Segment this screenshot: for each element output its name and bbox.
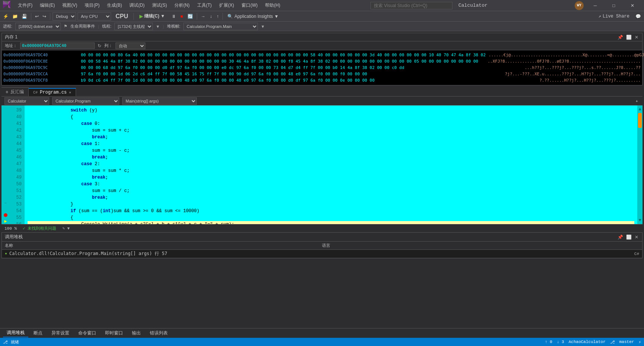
toolbar-stepin[interactable]: ↓ <box>208 13 214 20</box>
memory-address-bar: 地址： ↻ 列： 自动 <box>2 41 642 50</box>
line-num-51: 51 <box>13 188 22 194</box>
mem-hex-1: 00 00 58 46 4a 8f 38 02 00 00 00 00 00 0… <box>81 58 484 65</box>
tab-command[interactable]: 命令窗口 <box>75 329 100 337</box>
memory-close[interactable]: ✕ <box>634 35 639 40</box>
menu-window[interactable]: 窗口(W) <box>239 1 261 9</box>
editor-container: ⚙ 反汇编 C# Program.cs ✕ Calculator Calcula… <box>1 87 643 232</box>
user-avatar[interactable]: WY <box>575 1 584 10</box>
window-minimize[interactable]: ─ <box>587 0 604 11</box>
code-content[interactable]: switch (y) { case 0: sum = sum + c; brea… <box>25 106 637 224</box>
refresh-button[interactable]: ↻ <box>98 43 101 48</box>
toolbar-stepout[interactable]: ↑ <box>215 13 220 20</box>
mem-row-0: 0x000000F06A97DC40 00 00 00 00 00 80 6a … <box>3 52 641 58</box>
code-line-49: break; <box>28 174 634 181</box>
menu-debug[interactable]: 调试(D) <box>126 1 148 9</box>
tab-exceptions[interactable]: 异常设置 <box>48 329 73 337</box>
continue-button[interactable]: ▶ 继续(C) ▼ <box>136 12 168 21</box>
menu-tools[interactable]: 工具(T) <box>194 1 215 9</box>
tab-breakpoints[interactable]: 断点 <box>30 329 46 337</box>
toolbar-stop[interactable]: ■ <box>179 13 184 20</box>
sep1 <box>31 13 31 20</box>
thread-dropdown[interactable]: [17324] 主线程 <box>114 23 153 30</box>
current-arrow: ▶ <box>4 218 7 224</box>
cpu-config-dropdown[interactable]: Any CPU <box>78 12 111 21</box>
toolbar-new[interactable]: ⚡ <box>1 13 10 20</box>
stack-dropdown[interactable]: Calculator.Program.Main <box>183 23 258 30</box>
breakpoint-57[interactable] <box>4 213 7 217</box>
gutter-56 <box>1 206 10 212</box>
mem-addr-0: 0x000000F06A97DC40 <box>3 52 78 58</box>
tab-close-icon[interactable]: ✕ <box>69 90 71 95</box>
gutter-58: ▶ <box>1 218 10 224</box>
menu-project[interactable]: 项目(P) <box>82 1 102 9</box>
expand-icon-55: ─ <box>4 201 6 205</box>
toolbar-open[interactable]: 📁 <box>11 13 19 20</box>
gutter-53 <box>1 189 10 195</box>
window-maximize[interactable]: □ <box>605 0 622 11</box>
menu-build[interactable]: 生成(B) <box>104 1 125 9</box>
scroll-thumb[interactable] <box>638 113 642 128</box>
stack-label: 堆栈帧: <box>167 23 180 29</box>
mem-hex-4: b9 0d c6 d4 ff 7f 00 1d 00 00 00 00 00 0… <box>81 77 536 84</box>
live-share-button[interactable]: ↗ Live Share <box>596 13 632 20</box>
tab-program-cs[interactable]: C# Program.cs ✕ <box>29 88 76 96</box>
process-label: 进程: <box>3 23 12 29</box>
class-dropdown[interactable]: Calculator <box>4 97 49 105</box>
cs-file-icon: C# <box>33 91 38 95</box>
stack-row-name: Calculator.dll!Calculator.Program.Main(s… <box>9 251 621 257</box>
menu-analyze[interactable]: 分析(N) <box>171 1 193 9</box>
menu-view[interactable]: 视图(V) <box>59 1 80 9</box>
stack-row-lang: C# <box>621 252 639 256</box>
branch-icon: ⎇ <box>610 340 615 345</box>
tab-error-list[interactable]: 错误列表 <box>146 329 171 337</box>
toolbar-restart[interactable]: 🔄 <box>186 13 195 20</box>
col-select[interactable]: 自动 <box>116 43 145 49</box>
toolbar-stepover[interactable]: → <box>199 13 207 20</box>
memory-content: 0x000000F06A97DC40 00 00 00 00 00 80 6a … <box>2 50 642 85</box>
menu-test[interactable]: 测试(S) <box>149 1 170 9</box>
call-stack-controls: 📌 ⬜ ✕ <box>617 235 639 240</box>
process-dropdown[interactable]: [18992] dotnet.exe <box>15 23 61 30</box>
code-line-42: sum = sum + c; <box>28 127 634 134</box>
alert-icon: ⚡ <box>638 340 641 345</box>
menu-edit[interactable]: 编辑(E) <box>37 1 58 9</box>
editor-add-btn[interactable]: + <box>634 99 640 103</box>
menu-help[interactable]: 帮助(H) <box>262 1 283 9</box>
call-stack-close[interactable]: ✕ <box>634 235 639 240</box>
memory-float[interactable]: ⬜ <box>625 35 632 40</box>
window-close[interactable]: ✕ <box>624 0 641 11</box>
toolbar-undo[interactable]: ↩ <box>34 13 40 20</box>
code-area[interactable]: ─ ▶ 394041424344454647484950515253545556… <box>1 106 643 224</box>
method-dropdown[interactable]: Main(string[] args) <box>122 97 197 105</box>
toolbar-feedback[interactable]: 💬 <box>634 13 643 20</box>
sep2 <box>50 13 50 20</box>
status-bar: ⎇ 就绪 ↑ 0 ↓ 3 AchaoCalculator ⎇ master ⚡ <box>0 338 644 346</box>
svg-marker-4 <box>3 1 8 4</box>
tab-output[interactable]: 输出 <box>128 329 145 337</box>
toolbar-pause[interactable]: ⏸ <box>170 13 177 20</box>
tab-disassembly[interactable]: ⚙ 反汇编 <box>1 87 29 96</box>
status-check: ✓ 未找到相关问题 <box>23 226 56 231</box>
code-line-43: break; <box>28 134 634 141</box>
line-num-54: 54 <box>13 208 22 214</box>
call-stack-pin[interactable]: 📌 <box>617 235 624 240</box>
address-input[interactable] <box>20 43 95 49</box>
memory-pin[interactable]: 📌 <box>617 35 624 40</box>
call-stack-float[interactable]: ⬜ <box>625 235 632 240</box>
tab-call-stack[interactable]: 调用堆栈 <box>3 329 28 337</box>
vertical-scrollbar[interactable]: ▲ ▼ <box>637 106 643 224</box>
title-search-input[interactable] <box>370 2 452 9</box>
mem-row-3: 0x000000F06A97DCCA 97 6a f0 00 00 1d 06 … <box>3 71 641 77</box>
menu-file[interactable]: 文件(F) <box>15 1 35 9</box>
app-insights-button[interactable]: 🔍 Application Insights ▼ <box>225 13 281 20</box>
toolbar-redo[interactable]: ↪ <box>41 13 48 20</box>
tab-immediate[interactable]: 即时窗口 <box>101 329 127 337</box>
gutter-42 <box>1 123 10 129</box>
scroll-down[interactable]: ▼ <box>638 217 641 224</box>
toolbar-save[interactable]: 💾 <box>20 13 29 20</box>
menu-extend[interactable]: 扩展(X) <box>216 1 237 9</box>
debug-config-dropdown[interactable]: Debug <box>53 12 76 21</box>
namespace-dropdown[interactable]: Calculator.Program <box>52 97 119 105</box>
scroll-up[interactable]: ▲ <box>638 106 641 113</box>
line-num-40: 40 <box>13 114 22 120</box>
